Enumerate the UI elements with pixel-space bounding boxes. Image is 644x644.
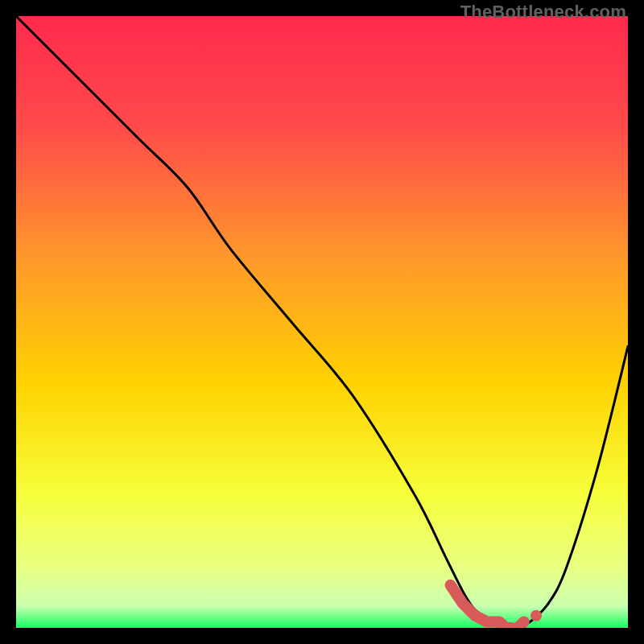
chart-svg [16, 16, 628, 628]
highlight-dash [518, 621, 524, 628]
highlight-dot [530, 610, 542, 621]
watermark-text: TheBottleneck.com [460, 2, 626, 23]
chart-frame: TheBottleneck.com [0, 0, 644, 644]
plot-area [16, 16, 628, 628]
